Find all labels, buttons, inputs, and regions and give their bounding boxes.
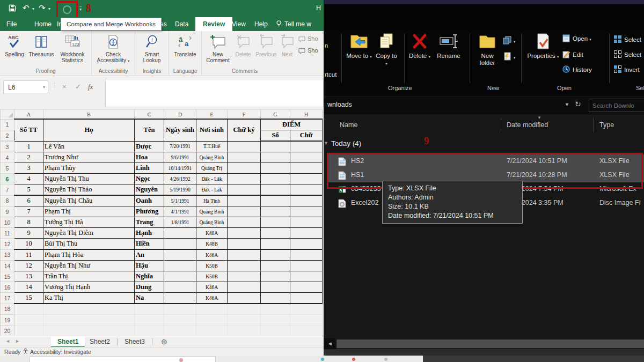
sheet-cell[interactable]: Hà Tĩnh: [196, 195, 228, 206]
sheet-cell[interactable]: [228, 206, 261, 217]
sheet-cell[interactable]: [228, 152, 261, 163]
sheet-cell[interactable]: [261, 228, 290, 239]
edit-button[interactable]: Edit: [562, 50, 583, 59]
select-none-button[interactable]: Select: [613, 50, 641, 59]
delete-comment-button[interactable]: Delete: [233, 33, 253, 57]
sheet-cell[interactable]: Phương: [135, 206, 164, 217]
compare-merge-workbooks-icon[interactable]: [63, 5, 71, 14]
sheet-cell[interactable]: 4/1/1991: [164, 206, 196, 217]
sheet-cell[interactable]: An: [135, 249, 164, 261]
row-number[interactable]: 12: [1, 239, 14, 250]
horizontal-scrollbar[interactable]: ◄: [324, 338, 644, 349]
move-to-button[interactable]: Move to ▾: [346, 32, 372, 60]
sheet-cell[interactable]: Đăk - Lăk: [196, 174, 228, 184]
sheet-cell[interactable]: [43, 315, 135, 326]
undo-caret-icon[interactable]: ▾: [32, 6, 34, 11]
sheet-cell[interactable]: [290, 282, 323, 293]
select-all-corner[interactable]: [1, 110, 14, 120]
header-ho[interactable]: Họ: [43, 119, 135, 141]
sheet-cell[interactable]: Quảng Bình: [196, 152, 228, 163]
sheet-cell[interactable]: Ka Thị: [43, 293, 135, 304]
col-A[interactable]: A: [14, 110, 43, 120]
sheet-cell[interactable]: [261, 304, 290, 315]
sheet-cell[interactable]: [261, 184, 290, 196]
redo-icon[interactable]: ↷: [39, 4, 46, 12]
sheet-cell[interactable]: [196, 315, 228, 326]
row-number[interactable]: 14: [1, 261, 14, 271]
sheet-cell[interactable]: Trần Thị: [43, 271, 135, 282]
sheet-cell[interactable]: [43, 326, 135, 336]
sheet-cell[interactable]: Đăk - Lăk: [196, 184, 228, 196]
sheet-cell[interactable]: [261, 206, 290, 217]
tab-view[interactable]: View: [232, 17, 246, 31]
sheet-cell[interactable]: 7/20/1991: [164, 141, 196, 152]
sheet-cell[interactable]: 5/1/1991: [164, 195, 196, 206]
sheet-cell[interactable]: Trang: [135, 217, 164, 228]
sheet-cell[interactable]: Phạm Thùy: [43, 163, 135, 174]
col-F[interactable]: F: [228, 110, 261, 120]
sheet-cell[interactable]: [261, 174, 290, 184]
sheet-cell[interactable]: K46A: [196, 293, 228, 304]
sheet-cell[interactable]: Ngọc: [135, 174, 164, 184]
sheet-cell[interactable]: Nguyễn Thị Như: [43, 261, 135, 271]
sheet-cell[interactable]: [261, 195, 290, 206]
sheet-cell[interactable]: Quảng Bình: [196, 206, 228, 217]
sheet-cell[interactable]: [261, 293, 290, 304]
sheet-cell[interactable]: Quảng Bình: [196, 217, 228, 228]
row-number[interactable]: 17: [1, 293, 14, 304]
sheet-cell[interactable]: Phạm Thị: [43, 206, 135, 217]
sheet-cell[interactable]: [14, 315, 43, 326]
sheet-cell[interactable]: [228, 326, 261, 336]
sheet-cell[interactable]: 8: [14, 217, 43, 228]
row-number[interactable]: 18: [1, 304, 14, 315]
row-number[interactable]: 9: [1, 206, 14, 217]
sheet-cell[interactable]: [261, 326, 290, 336]
sheet-cell[interactable]: [261, 271, 290, 282]
workbook-statistics-button[interactable]: 123 Workbook Statistics: [56, 33, 89, 63]
add-sheet-icon[interactable]: ⊕: [161, 337, 167, 346]
header-stt[interactable]: Số TT: [14, 119, 43, 141]
sheet-cell[interactable]: Nguyễn Thị Châu: [43, 195, 135, 206]
sheet-nav-left-icon[interactable]: ◄: [5, 338, 10, 344]
sheet-cell[interactable]: Trương Như: [43, 152, 135, 163]
sheet-cell[interactable]: [228, 293, 261, 304]
sheet-cell[interactable]: 9/6/1991: [164, 152, 196, 163]
sheet-cell[interactable]: 13: [14, 271, 43, 282]
sheet-cell[interactable]: [261, 315, 290, 326]
sheet-cell[interactable]: [228, 261, 261, 271]
scrollbar-thumb[interactable]: [336, 339, 644, 348]
sheet-cell[interactable]: 10: [14, 239, 43, 250]
row-number[interactable]: 5: [1, 163, 14, 174]
undo-icon[interactable]: ↶: [23, 4, 30, 12]
sheet-cell[interactable]: [290, 315, 323, 326]
col-B[interactable]: B: [43, 110, 135, 120]
row-number[interactable]: 19: [1, 315, 14, 326]
row-number[interactable]: 6: [1, 174, 14, 184]
sheet-cell[interactable]: K48A: [196, 228, 228, 239]
sheet-cell[interactable]: [261, 249, 290, 261]
new-item-button[interactable]: ▾: [503, 52, 516, 62]
tab-help[interactable]: Help: [254, 17, 268, 31]
sheet-cell[interactable]: [228, 249, 261, 261]
column-type[interactable]: Type: [599, 121, 614, 129]
open-button[interactable]: Open ▾: [562, 34, 591, 44]
sheet-cell[interactable]: [164, 261, 196, 271]
sheet-cell[interactable]: [228, 184, 261, 196]
sheet-cell[interactable]: [164, 228, 196, 239]
sheet-cell[interactable]: [290, 271, 323, 282]
row-number[interactable]: 7: [1, 184, 14, 196]
rename-button[interactable]: Rename: [433, 32, 464, 60]
header-diem[interactable]: ĐIỂM: [261, 119, 323, 130]
sheet-cell[interactable]: Quảng Trị: [196, 163, 228, 174]
sheet-cell[interactable]: 4/26/1992: [164, 174, 196, 184]
formula-input[interactable]: [105, 79, 324, 107]
sheet-cell[interactable]: 11: [14, 249, 43, 261]
column-divider[interactable]: [593, 118, 594, 132]
tab-sheet3[interactable]: Sheet3: [118, 336, 151, 348]
sheet-cell[interactable]: [228, 282, 261, 293]
sheet-cell[interactable]: Linh: [135, 163, 164, 174]
col-H[interactable]: H: [290, 110, 323, 120]
sheet-cell[interactable]: [196, 304, 228, 315]
sheet-cell[interactable]: 5/19/1990: [164, 184, 196, 196]
tab-sheet2[interactable]: Sheet2: [83, 336, 116, 348]
